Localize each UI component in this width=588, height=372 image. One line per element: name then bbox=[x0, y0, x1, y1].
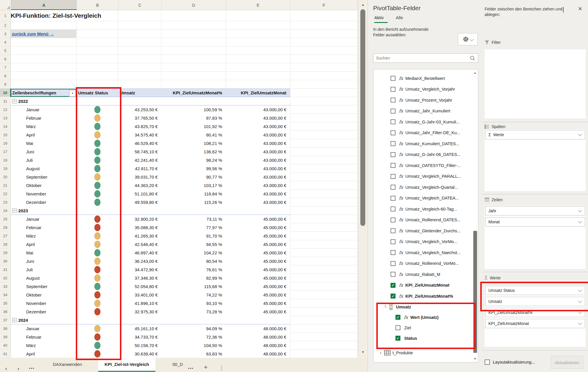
cell-F12[interactable] bbox=[290, 105, 358, 114]
tab-alle[interactable]: Alle bbox=[396, 15, 403, 20]
select-all-corner[interactable] bbox=[0, 0, 11, 10]
cell-E25[interactable]: 45.000,00 € bbox=[226, 215, 290, 223]
cell-A27[interactable]: März bbox=[11, 232, 77, 240]
field-item-Umsatz_Vergleich_Vorjahr[interactable]: fxUmsatz_Vergleich_Vorjahr bbox=[373, 84, 478, 95]
cell-A14[interactable]: März bbox=[11, 122, 77, 131]
columns-drop-area[interactable]: ΣWerte bbox=[485, 130, 586, 191]
search-input[interactable] bbox=[373, 54, 478, 62]
cell-E29[interactable]: 45.000,00 € bbox=[226, 249, 290, 257]
cell-A37[interactable]: −2024 bbox=[11, 316, 77, 324]
cell-A30[interactable]: Juni bbox=[11, 257, 77, 265]
cell-A19[interactable]: August bbox=[11, 164, 77, 173]
cell-E6[interactable] bbox=[226, 55, 290, 63]
row-header-7[interactable]: 7 bbox=[0, 63, 11, 72]
checked-checkbox[interactable]: ✓ bbox=[391, 294, 395, 299]
cell-E34[interactable]: 45.000,00 € bbox=[226, 291, 290, 299]
pivot-header-status[interactable]: Umsatz Status bbox=[77, 89, 118, 97]
cell-D23[interactable]: 115,26 % bbox=[161, 198, 226, 206]
cell-F24[interactable] bbox=[290, 206, 358, 215]
row-header-40[interactable]: 40 bbox=[0, 341, 11, 350]
checked-checkbox[interactable]: ✓ bbox=[395, 315, 400, 320]
cell-D24[interactable] bbox=[161, 206, 226, 215]
cell-F8[interactable] bbox=[290, 72, 358, 80]
cell-B7[interactable] bbox=[77, 63, 118, 72]
cell-D20[interactable]: 90,77 % bbox=[161, 173, 226, 181]
unchecked-checkbox[interactable] bbox=[391, 228, 395, 233]
cell-F14[interactable] bbox=[290, 122, 358, 131]
cell-A17[interactable]: Juni bbox=[11, 148, 77, 156]
cell-E36[interactable]: 45.000,00 € bbox=[226, 308, 290, 316]
cell-C20[interactable]: 39.031,70 € bbox=[118, 173, 161, 181]
cell-E23[interactable]: 43.000,00 € bbox=[226, 198, 290, 206]
pivot-header-target[interactable]: KPI_ZielUmsatzMonat bbox=[226, 89, 290, 97]
row-header-17[interactable]: 17 bbox=[0, 148, 11, 156]
row-header-34[interactable]: 34 bbox=[0, 291, 11, 299]
unchecked-checkbox[interactable] bbox=[391, 76, 395, 81]
field-item-Umsatz_Vergleich_Naechst...[interactable]: fxUmsatz_Vergleich_Naechst... bbox=[373, 247, 478, 258]
cell-F35[interactable] bbox=[290, 299, 358, 308]
area-pill-Umsatz[interactable]: Umsatz bbox=[485, 297, 585, 306]
cell-B30[interactable] bbox=[77, 257, 118, 265]
defer-layout-checkbox[interactable] bbox=[485, 360, 490, 365]
cell-B3[interactable] bbox=[77, 30, 118, 38]
row-header-26[interactable]: 26 bbox=[0, 223, 11, 232]
row-header-35[interactable]: 35 bbox=[0, 299, 11, 308]
cell-A25[interactable]: Januar bbox=[11, 215, 77, 223]
cell-D7[interactable] bbox=[161, 63, 226, 72]
unchecked-checkbox[interactable] bbox=[391, 185, 395, 190]
row-header-33[interactable]: 33 bbox=[0, 282, 11, 291]
unchecked-checkbox[interactable] bbox=[391, 261, 395, 266]
field-item-KPI_ZielUmsatzMonat[interactable]: ✓fxKPI_ZielUmsatzMonat bbox=[373, 280, 478, 291]
cell-B19[interactable] bbox=[77, 164, 118, 173]
cell-A41[interactable]: April bbox=[11, 350, 77, 358]
cell-A31[interactable]: Juli bbox=[11, 265, 77, 274]
cell-D13[interactable]: 87,83 % bbox=[161, 114, 226, 122]
row-header-4[interactable]: 4 bbox=[0, 38, 11, 46]
cell-D18[interactable]: 98,24 % bbox=[161, 156, 226, 164]
unchecked-checkbox[interactable] bbox=[391, 239, 395, 244]
table-item-t_Produkte[interactable]: ›t_Produkte bbox=[373, 347, 478, 359]
cell-F19[interactable] bbox=[290, 164, 358, 173]
cell-D32[interactable]: 82,99 % bbox=[161, 274, 226, 282]
cell-C18[interactable]: 42.241,40 € bbox=[118, 156, 161, 164]
row-header-32[interactable]: 32 bbox=[0, 274, 11, 282]
field-item-Umsatz_Jahr_Filter-DE_Ku...[interactable]: fxUmsatz_Jahr_Filter-DE_Ku... bbox=[373, 127, 478, 139]
area-pill-KPI_ZielUmsatzMonat[interactable]: KPI_ZielUmsatzMonat bbox=[485, 319, 585, 328]
cell-D38[interactable]: 94,09 % bbox=[161, 324, 226, 333]
cell-C26[interactable]: 35.088,30 € bbox=[118, 223, 161, 232]
cell-E21[interactable]: 43.000,00 € bbox=[226, 181, 290, 190]
cell-E35[interactable]: 45.000,00 € bbox=[226, 299, 290, 308]
cell-D11[interactable] bbox=[161, 97, 226, 105]
cell-E38[interactable]: 48.000,00 € bbox=[226, 324, 290, 333]
cell-F32[interactable] bbox=[290, 274, 358, 282]
kpi-child-Ziel[interactable]: Ziel bbox=[373, 323, 478, 333]
cell-B2[interactable] bbox=[77, 21, 118, 30]
cell-B26[interactable] bbox=[77, 223, 118, 232]
cell-F33[interactable] bbox=[290, 282, 358, 291]
cell-A28[interactable]: April bbox=[11, 240, 77, 249]
cell-E2[interactable] bbox=[226, 21, 290, 30]
cell-B15[interactable] bbox=[77, 131, 118, 139]
cell-A6[interactable] bbox=[11, 55, 77, 63]
cell-E4[interactable] bbox=[226, 38, 290, 46]
row-header-1[interactable]: 1 bbox=[0, 10, 11, 21]
vertical-scrollbar[interactable]: ▲ ▼ bbox=[358, 0, 368, 358]
cell-C41[interactable]: 30.639,40 € bbox=[118, 350, 161, 358]
cell-A24[interactable]: −2023 bbox=[11, 206, 77, 215]
vertical-scrollbar-thumb[interactable] bbox=[360, 9, 365, 226]
cell-E40[interactable]: 48.000,00 € bbox=[226, 341, 290, 350]
checked-checkbox[interactable]: ✓ bbox=[395, 336, 400, 341]
cell-E16[interactable]: 43.000,00 € bbox=[226, 139, 290, 148]
kpi-child-Wert (Umsatz)[interactable]: ✓fxWert (Umsatz) bbox=[373, 312, 478, 323]
cell-E13[interactable]: 43.000,00 € bbox=[226, 114, 290, 122]
cell-A13[interactable]: Februar bbox=[11, 114, 77, 122]
cell-F7[interactable] bbox=[290, 63, 358, 72]
cell-E27[interactable]: 45.000,00 € bbox=[226, 232, 290, 240]
cell-E9[interactable] bbox=[226, 80, 290, 89]
cell-D2[interactable] bbox=[161, 21, 226, 30]
cell-D29[interactable]: 104,22 % bbox=[161, 249, 226, 257]
row-header-25[interactable]: 25 bbox=[0, 215, 11, 223]
cell-D17[interactable]: 136,62 % bbox=[161, 148, 226, 156]
cell-A32[interactable]: August bbox=[11, 274, 77, 282]
unchecked-checkbox[interactable] bbox=[395, 325, 400, 330]
